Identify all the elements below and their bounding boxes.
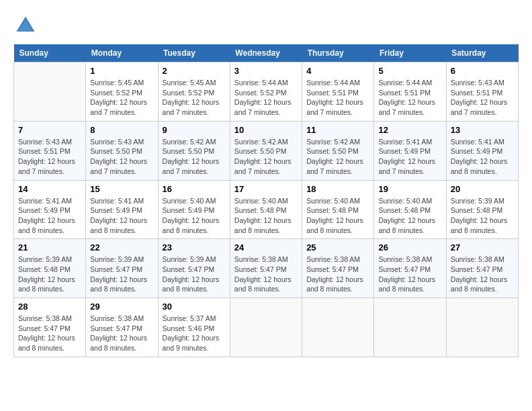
calendar-header-row: SundayMondayTuesdayWednesdayThursdayFrid… — [14, 44, 519, 62]
calendar-cell: 4Sunrise: 5:44 AMSunset: 5:51 PMDaylight… — [302, 62, 374, 122]
day-number: 20 — [451, 184, 514, 194]
calendar-cell: 3Sunrise: 5:44 AMSunset: 5:52 PMDaylight… — [230, 62, 302, 122]
day-info: Sunrise: 5:38 AMSunset: 5:47 PMDaylight:… — [451, 255, 514, 294]
day-info: Sunrise: 5:41 AMSunset: 5:49 PMDaylight:… — [378, 137, 441, 177]
calendar-cell — [374, 298, 446, 357]
calendar-cell: 7Sunrise: 5:43 AMSunset: 5:51 PMDaylight… — [14, 121, 86, 180]
day-number: 17 — [234, 184, 298, 194]
logo — [13, 13, 42, 38]
day-info: Sunrise: 5:42 AMSunset: 5:50 PMDaylight:… — [163, 137, 226, 177]
calendar-header-saturday: Saturday — [446, 44, 518, 62]
day-info: Sunrise: 5:45 AMSunset: 5:52 PMDaylight:… — [163, 78, 226, 118]
calendar-cell: 16Sunrise: 5:40 AMSunset: 5:49 PMDayligh… — [158, 180, 230, 239]
day-number: 24 — [234, 242, 298, 253]
day-info: Sunrise: 5:41 AMSunset: 5:49 PMDaylight:… — [18, 196, 81, 236]
calendar-week-row: 1Sunrise: 5:45 AMSunset: 5:52 PMDaylight… — [14, 62, 519, 122]
day-number: 10 — [234, 125, 298, 135]
calendar-cell: 9Sunrise: 5:42 AMSunset: 5:50 PMDaylight… — [158, 121, 230, 180]
calendar-cell — [14, 62, 86, 122]
day-info: Sunrise: 5:40 AMSunset: 5:48 PMDaylight:… — [234, 196, 298, 236]
day-number: 18 — [306, 184, 369, 194]
day-info: Sunrise: 5:38 AMSunset: 5:47 PMDaylight:… — [18, 314, 81, 353]
calendar-cell: 29Sunrise: 5:38 AMSunset: 5:47 PMDayligh… — [86, 298, 158, 357]
day-number: 7 — [18, 125, 81, 135]
day-info: Sunrise: 5:44 AMSunset: 5:51 PMDaylight:… — [378, 78, 441, 118]
day-number: 14 — [18, 184, 81, 194]
day-number: 29 — [90, 302, 153, 312]
day-number: 26 — [378, 242, 441, 253]
day-info: Sunrise: 5:38 AMSunset: 5:47 PMDaylight:… — [234, 255, 298, 294]
calendar-cell: 15Sunrise: 5:41 AMSunset: 5:49 PMDayligh… — [86, 180, 158, 239]
day-number: 16 — [163, 184, 226, 194]
calendar-cell: 23Sunrise: 5:39 AMSunset: 5:47 PMDayligh… — [158, 239, 230, 298]
calendar-cell: 20Sunrise: 5:39 AMSunset: 5:48 PMDayligh… — [446, 180, 518, 239]
day-info: Sunrise: 5:39 AMSunset: 5:48 PMDaylight:… — [18, 255, 81, 294]
calendar-cell: 27Sunrise: 5:38 AMSunset: 5:47 PMDayligh… — [446, 239, 518, 298]
day-info: Sunrise: 5:38 AMSunset: 5:47 PMDaylight:… — [90, 314, 153, 353]
calendar-cell: 17Sunrise: 5:40 AMSunset: 5:48 PMDayligh… — [230, 180, 302, 239]
calendar-cell: 5Sunrise: 5:44 AMSunset: 5:51 PMDaylight… — [374, 62, 446, 122]
day-number: 15 — [90, 184, 153, 194]
day-info: Sunrise: 5:40 AMSunset: 5:49 PMDaylight:… — [163, 196, 226, 236]
day-number: 28 — [18, 302, 81, 312]
calendar-cell: 22Sunrise: 5:39 AMSunset: 5:47 PMDayligh… — [86, 239, 158, 298]
calendar-cell: 30Sunrise: 5:37 AMSunset: 5:46 PMDayligh… — [158, 298, 230, 357]
day-info: Sunrise: 5:44 AMSunset: 5:52 PMDaylight:… — [234, 78, 298, 118]
calendar-header-friday: Friday — [374, 44, 446, 62]
day-number: 30 — [163, 302, 226, 312]
day-number: 23 — [163, 242, 226, 253]
calendar-header-wednesday: Wednesday — [230, 44, 302, 62]
calendar-cell: 14Sunrise: 5:41 AMSunset: 5:49 PMDayligh… — [14, 180, 86, 239]
day-number: 2 — [163, 66, 226, 76]
day-number: 13 — [451, 125, 514, 135]
day-number: 21 — [18, 242, 81, 253]
day-info: Sunrise: 5:39 AMSunset: 5:47 PMDaylight:… — [90, 255, 153, 294]
calendar-header-thursday: Thursday — [302, 44, 374, 62]
day-info: Sunrise: 5:41 AMSunset: 5:49 PMDaylight:… — [451, 137, 514, 177]
day-number: 19 — [378, 184, 441, 194]
day-number: 5 — [378, 66, 441, 76]
calendar-week-row: 28Sunrise: 5:38 AMSunset: 5:47 PMDayligh… — [14, 298, 519, 357]
day-number: 12 — [378, 125, 441, 135]
calendar-cell: 10Sunrise: 5:42 AMSunset: 5:50 PMDayligh… — [230, 121, 302, 180]
day-number: 1 — [90, 66, 153, 76]
calendar-cell: 2Sunrise: 5:45 AMSunset: 5:52 PMDaylight… — [158, 62, 230, 122]
day-info: Sunrise: 5:45 AMSunset: 5:52 PMDaylight:… — [90, 78, 153, 118]
day-info: Sunrise: 5:43 AMSunset: 5:50 PMDaylight:… — [90, 137, 153, 177]
logo-icon — [13, 13, 38, 38]
calendar-cell: 26Sunrise: 5:38 AMSunset: 5:47 PMDayligh… — [374, 239, 446, 298]
day-number: 11 — [306, 125, 369, 135]
day-info: Sunrise: 5:42 AMSunset: 5:50 PMDaylight:… — [306, 137, 369, 177]
day-number: 9 — [163, 125, 226, 135]
day-info: Sunrise: 5:40 AMSunset: 5:48 PMDaylight:… — [306, 196, 369, 236]
day-number: 8 — [90, 125, 153, 135]
day-info: Sunrise: 5:43 AMSunset: 5:51 PMDaylight:… — [18, 137, 81, 177]
calendar-cell: 13Sunrise: 5:41 AMSunset: 5:49 PMDayligh… — [446, 121, 518, 180]
calendar-week-row: 7Sunrise: 5:43 AMSunset: 5:51 PMDaylight… — [14, 121, 519, 180]
day-number: 4 — [306, 66, 369, 76]
calendar-cell — [446, 298, 518, 357]
day-info: Sunrise: 5:40 AMSunset: 5:48 PMDaylight:… — [378, 196, 441, 236]
calendar-header-tuesday: Tuesday — [158, 44, 230, 62]
calendar-table: SundayMondayTuesdayWednesdayThursdayFrid… — [13, 44, 519, 357]
calendar-cell: 28Sunrise: 5:38 AMSunset: 5:47 PMDayligh… — [14, 298, 86, 357]
day-number: 6 — [451, 66, 514, 76]
day-info: Sunrise: 5:43 AMSunset: 5:51 PMDaylight:… — [451, 78, 514, 118]
calendar-cell — [302, 298, 374, 357]
day-info: Sunrise: 5:42 AMSunset: 5:50 PMDaylight:… — [234, 137, 298, 177]
day-info: Sunrise: 5:41 AMSunset: 5:49 PMDaylight:… — [90, 196, 153, 236]
page-header — [13, 13, 519, 38]
calendar-cell: 18Sunrise: 5:40 AMSunset: 5:48 PMDayligh… — [302, 180, 374, 239]
day-number: 27 — [451, 242, 514, 253]
calendar-cell: 8Sunrise: 5:43 AMSunset: 5:50 PMDaylight… — [86, 121, 158, 180]
calendar-cell: 1Sunrise: 5:45 AMSunset: 5:52 PMDaylight… — [86, 62, 158, 122]
day-number: 22 — [90, 242, 153, 253]
calendar-week-row: 14Sunrise: 5:41 AMSunset: 5:49 PMDayligh… — [14, 180, 519, 239]
day-info: Sunrise: 5:39 AMSunset: 5:47 PMDaylight:… — [163, 255, 226, 294]
calendar-header-sunday: Sunday — [14, 44, 86, 62]
day-info: Sunrise: 5:39 AMSunset: 5:48 PMDaylight:… — [451, 196, 514, 236]
day-info: Sunrise: 5:38 AMSunset: 5:47 PMDaylight:… — [306, 255, 369, 294]
calendar-cell: 11Sunrise: 5:42 AMSunset: 5:50 PMDayligh… — [302, 121, 374, 180]
calendar-cell: 24Sunrise: 5:38 AMSunset: 5:47 PMDayligh… — [230, 239, 302, 298]
calendar-cell — [230, 298, 302, 357]
